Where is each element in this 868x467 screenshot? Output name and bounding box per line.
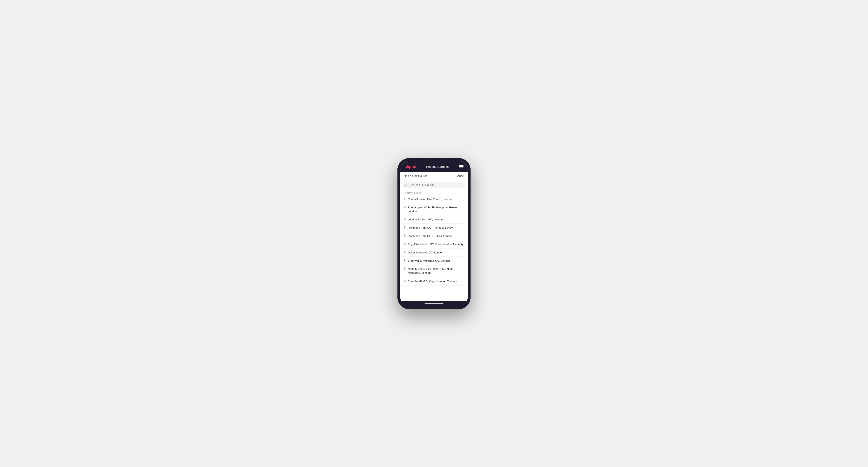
course-name: London Scottish GC, London bbox=[408, 218, 443, 221]
course-name: Richmond Park GC - Prince's, Surrey bbox=[408, 226, 453, 229]
search-icon bbox=[405, 184, 408, 186]
list-item[interactable]: Central London Golf Centre, London bbox=[400, 195, 468, 204]
list-item[interactable]: Richmond Park GC - Duke's, London bbox=[400, 232, 468, 240]
location-pin-icon bbox=[404, 243, 406, 245]
list-item[interactable]: Roehampton Club - Roehampton, Greater Lo… bbox=[400, 204, 468, 215]
list-item[interactable]: North Middlesex GC (1011942 - North Midd… bbox=[400, 265, 468, 277]
phone-frame: clippd Recent Searches Find a Golf Cours… bbox=[397, 158, 471, 309]
hamburger-menu-icon[interactable] bbox=[459, 165, 464, 168]
list-item[interactable]: London Scottish GC, London bbox=[400, 215, 468, 224]
find-label: Find a Golf Course bbox=[404, 175, 427, 178]
svg-point-0 bbox=[405, 184, 407, 186]
search-input[interactable] bbox=[409, 183, 463, 187]
page-title: Recent Searches bbox=[426, 165, 450, 168]
nearby-courses-label: Nearby courses bbox=[400, 190, 468, 195]
course-name: Richmond Park GC - Duke's, London bbox=[408, 234, 453, 238]
home-bar bbox=[425, 303, 443, 304]
course-name: Royal Wimbledon GC, Great London Authori… bbox=[408, 242, 463, 246]
home-indicator bbox=[400, 301, 468, 306]
course-name: Roehampton Club - Roehampton, Greater Lo… bbox=[408, 206, 464, 213]
search-box bbox=[403, 182, 465, 188]
location-pin-icon bbox=[404, 259, 406, 262]
svg-line-1 bbox=[407, 185, 408, 186]
location-pin-icon bbox=[404, 234, 406, 237]
location-pin-icon bbox=[404, 226, 406, 229]
search-container bbox=[400, 180, 468, 190]
cancel-button[interactable]: Cancel bbox=[456, 175, 464, 178]
location-pin-icon bbox=[404, 251, 406, 254]
list-item[interactable]: Coombe Hill GC, Kingston upon Thames bbox=[400, 277, 468, 285]
location-pin-icon bbox=[404, 280, 406, 282]
phone-screen: clippd Recent Searches Find a Golf Cours… bbox=[400, 161, 468, 306]
course-name: Coombe Hill GC, Kingston upon Thames bbox=[408, 279, 457, 283]
location-pin-icon bbox=[404, 218, 406, 221]
list-item[interactable]: Brent Valley Municipal GC, London bbox=[400, 257, 468, 265]
list-item[interactable]: Richmond Park GC - Prince's, Surrey bbox=[400, 224, 468, 232]
list-item[interactable]: Dukes Meadows GC, London bbox=[400, 248, 468, 257]
app-header: clippd Recent Searches bbox=[400, 161, 468, 172]
location-pin-icon bbox=[404, 206, 406, 209]
location-pin-icon bbox=[404, 268, 406, 270]
content-area: Find a Golf Course Cancel Nearby courses bbox=[400, 172, 468, 301]
list-item[interactable]: Royal Wimbledon GC, Great London Authori… bbox=[400, 240, 468, 248]
app-logo: clippd bbox=[404, 164, 416, 169]
course-list: Central London Golf Centre, London Roeha… bbox=[400, 195, 468, 301]
course-name: Dukes Meadows GC, London bbox=[408, 251, 443, 254]
course-name: Brent Valley Municipal GC, London bbox=[408, 259, 450, 262]
location-pin-icon bbox=[404, 197, 406, 200]
course-name: Central London Golf Centre, London bbox=[408, 197, 452, 201]
find-bar: Find a Golf Course Cancel bbox=[400, 172, 468, 180]
course-name: North Middlesex GC (1011942 - North Midd… bbox=[408, 267, 464, 275]
